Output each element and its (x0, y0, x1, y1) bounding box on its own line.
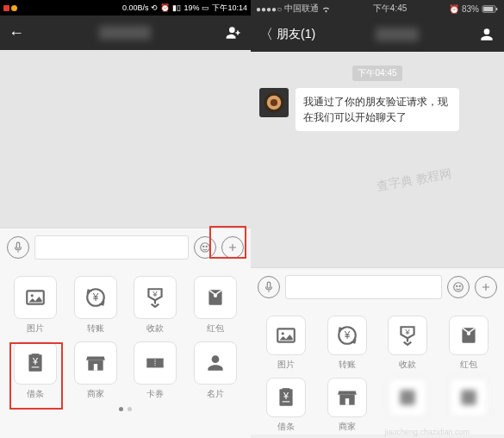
avatar[interactable] (259, 88, 289, 117)
collect-icon: ¥ (134, 276, 177, 319)
svg-rect-13 (32, 366, 40, 367)
grid-label: 借条 (277, 421, 295, 433)
grid-item-photo[interactable]: 图片 (258, 316, 315, 371)
transfer-icon: ¥ (327, 316, 367, 355)
merchant-icon (327, 378, 367, 417)
svg-point-21 (454, 282, 464, 291)
redpkt-icon (194, 276, 237, 319)
signal-icon: ▮▯ (172, 3, 181, 12)
iou-icon: ¥ (14, 341, 57, 385)
merchant-icon (74, 341, 117, 385)
back-button[interactable]: ← (9, 24, 24, 42)
grid-item-photo[interactable]: 图片 (7, 276, 64, 335)
profile-button[interactable] (478, 26, 495, 43)
grid-item-card[interactable]: 名片 (187, 341, 244, 400)
carrier: 中国联通 (284, 3, 319, 15)
grid-item-redpkt[interactable]: 红包 (440, 316, 498, 371)
emoji-icon (199, 241, 211, 253)
grid-label: 名片 (207, 388, 224, 400)
plus-button[interactable] (221, 236, 244, 259)
svg-text:¥: ¥ (32, 356, 39, 366)
svg-point-9 (214, 294, 217, 297)
battery-icon: ▭ (202, 3, 209, 12)
svg-text:¥: ¥ (343, 329, 350, 341)
svg-rect-34 (283, 401, 290, 402)
attachment-grid: 图片¥转账¥收款红包¥借条商家 (258, 316, 497, 433)
svg-point-0 (201, 242, 210, 252)
net-speed: 0.00B/s (122, 3, 149, 12)
svg-rect-35 (345, 398, 349, 405)
phone-android: 0.00B/s ⟲ ⏰ ▮▯ 19% ▭ 下午10:14 ← (0, 0, 251, 438)
card-icon (194, 341, 237, 385)
battery-icon (482, 5, 499, 13)
svg-text:¥: ¥ (405, 327, 411, 336)
sync-icon: ⟲ (151, 3, 158, 12)
grid-label: 商家 (87, 388, 104, 400)
add-contact-button[interactable] (225, 24, 242, 41)
grid-item-collect[interactable]: ¥收款 (128, 276, 184, 335)
status-bar: 0.00B/s ⟲ ⏰ ▮▯ 19% ▭ 下午10:14 (0, 0, 251, 16)
alarm-icon: ⏰ (449, 4, 459, 14)
msg-timestamp: 下午04:45 (352, 66, 401, 81)
nav-bar: 〈 朋友(1) (251, 17, 504, 52)
grid-item-transfer[interactable]: ¥转账 (67, 276, 124, 335)
chat-area[interactable]: 下午04:45 我通过了你的朋友验证请求，现在我们可以开始聊天了 (251, 52, 504, 267)
svg-rect-37 (461, 390, 476, 404)
message-bubble[interactable]: 我通过了你的朋友验证请求，现在我们可以开始聊天了 (296, 88, 459, 131)
plus-icon (227, 241, 239, 253)
grid-item-blur2[interactable] (440, 378, 498, 433)
grid-label: 图片 (27, 322, 44, 335)
person-icon (478, 26, 495, 43)
person-add-icon (225, 24, 242, 41)
grid-item-iou[interactable]: ¥借条 (258, 378, 315, 433)
svg-rect-36 (401, 390, 415, 404)
photo-icon (14, 276, 57, 319)
grid-item-transfer[interactable]: ¥转账 (319, 316, 376, 371)
grid-item-blur1[interactable] (379, 378, 437, 433)
voice-button[interactable] (258, 276, 280, 298)
emoji-button[interactable] (194, 236, 216, 259)
message-row: 我通过了你的朋友验证请求，现在我们可以开始聊天了 (259, 88, 495, 131)
text-input[interactable] (285, 275, 442, 299)
grid-label: 商家 (339, 421, 356, 433)
svg-point-4 (30, 294, 33, 297)
grid-item-redpkt[interactable]: 红包 (187, 276, 244, 335)
chat-area[interactable] (0, 50, 251, 228)
grid-label: 借条 (27, 388, 44, 400)
text-input[interactable] (34, 235, 189, 260)
svg-point-2 (206, 246, 207, 247)
voice-button[interactable] (7, 236, 29, 259)
clock: 下午4:45 (373, 3, 407, 15)
back-button[interactable]: 〈 (259, 26, 273, 44)
svg-point-1 (203, 246, 204, 247)
plus-icon (480, 281, 492, 293)
grid-item-collect[interactable]: ¥收款 (379, 316, 437, 371)
grid-label: 红包 (207, 322, 224, 335)
clock: 下午10:14 (212, 3, 247, 14)
grid-item-merchant[interactable]: 商家 (67, 341, 124, 400)
attachment-panel: 图片¥转账¥收款红包¥借条商家 (251, 305, 504, 435)
battery-pct: 19% (184, 3, 199, 12)
grid-item-iou[interactable]: ¥借条 (7, 341, 64, 400)
plus-button[interactable] (475, 276, 497, 298)
nav-title-blurred (99, 26, 151, 40)
grid-label: 图片 (277, 359, 295, 371)
grid-label (464, 421, 473, 433)
blur1-icon (388, 378, 427, 417)
grid-label: 收款 (399, 359, 416, 371)
transfer-icon: ¥ (74, 276, 117, 319)
emoji-button[interactable] (447, 276, 470, 298)
voice-icon (12, 241, 24, 253)
alarm-icon: ⏰ (160, 3, 170, 12)
notif-dot-2 (11, 5, 17, 11)
svg-rect-17 (496, 8, 498, 10)
input-bar (251, 267, 504, 305)
phone-ios: ●●●●○ 中国联通 下午4:45 ⏰ 83% 〈 朋友(1) (251, 0, 504, 438)
page-indicator (7, 407, 244, 411)
svg-rect-14 (93, 364, 96, 371)
grid-label: 转账 (87, 322, 104, 335)
battery-pct: 83% (462, 4, 479, 14)
grid-item-merchant[interactable]: 商家 (319, 378, 376, 433)
grid-item-coupon[interactable]: 卡券 (128, 341, 184, 400)
emoji-icon (452, 281, 464, 293)
